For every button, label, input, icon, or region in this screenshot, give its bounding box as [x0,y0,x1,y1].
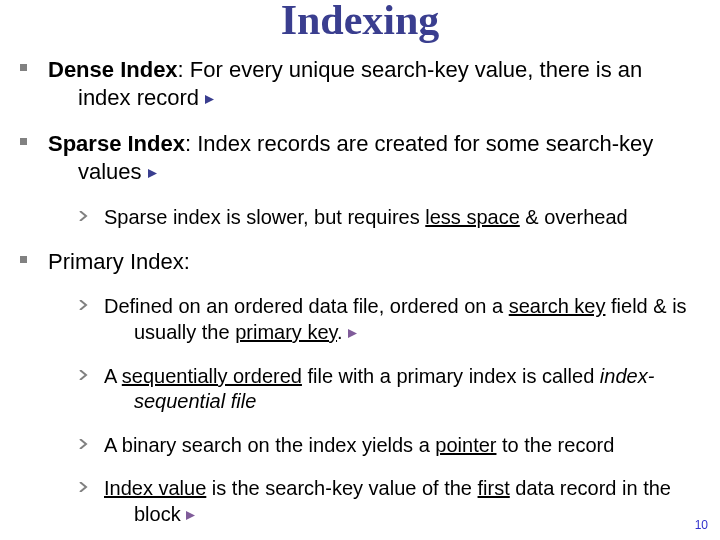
svg-marker-2 [348,329,357,338]
svg-marker-3 [186,511,195,520]
bullet-text: Primary Index: [48,248,700,276]
sub-bullet-item: Defined on an ordered data file, ordered… [78,294,700,345]
sub-bullet-item: A sequentially ordered file with a prima… [78,364,700,415]
slide-body: Dense Index: For every unique search-key… [20,56,700,540]
bullet-text: Dense Index: For every unique search-key… [48,56,700,112]
play-icon [148,169,157,178]
bullet-square-icon [20,130,48,186]
sub-bullet-text: Sparse index is slower, but requires les… [104,205,700,231]
bullet-square-icon [20,56,48,112]
sub-bullet-text: Index value is the search-key value of t… [104,476,700,527]
chevron-icon [78,476,104,527]
svg-marker-1 [148,169,157,178]
sub-bullet-item: Index value is the search-key value of t… [78,476,700,527]
play-icon [205,95,214,104]
sub-bullet-item: Sparse index is slower, but requires les… [78,205,700,231]
bullet-item-dense-index: Dense Index: For every unique search-key… [20,56,700,112]
chevron-icon [78,294,104,345]
bullet-square-icon [20,248,48,276]
bullet-text: Sparse Index: Index records are created … [48,130,700,186]
slide: Indexing Dense Index: For every unique s… [0,0,720,540]
sublist-primary: Defined on an ordered data file, ordered… [78,294,700,527]
svg-marker-0 [205,95,214,104]
sub-bullet-text: A binary search on the index yields a po… [104,433,700,459]
sublist-sparse: Sparse index is slower, but requires les… [78,205,700,231]
chevron-icon [78,433,104,459]
chevron-icon [78,205,104,231]
bullet-item-primary-index: Primary Index: [20,248,700,276]
chevron-icon [78,364,104,415]
bullet-item-sparse-index: Sparse Index: Index records are created … [20,130,700,186]
slide-number: 10 [695,518,708,532]
sub-bullet-text: A sequentially ordered file with a prima… [104,364,700,415]
sub-bullet-text: Defined on an ordered data file, ordered… [104,294,700,345]
sub-bullet-item: A binary search on the index yields a po… [78,433,700,459]
slide-title: Indexing [0,0,720,44]
